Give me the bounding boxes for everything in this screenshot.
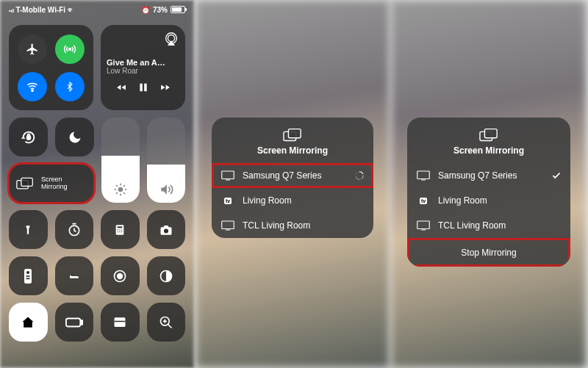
device-row-samsung[interactable]: Samsung Q7 Series	[407, 163, 570, 188]
tv-icon	[220, 220, 235, 231]
carrier-label: •ıl T-Mobile Wi-Fi ᯤ	[9, 6, 75, 14]
svg-rect-35	[222, 171, 234, 179]
svg-rect-29	[115, 319, 126, 327]
svg-rect-12	[118, 226, 123, 228]
brightness-icon	[113, 182, 128, 197]
bluetooth-toggle[interactable]	[55, 72, 85, 101]
wallet-icon	[112, 316, 128, 329]
wallet-button[interactable]	[101, 303, 140, 342]
now-playing-module[interactable]: Give Me an A… Low Roar	[101, 25, 185, 110]
device-row-living-room[interactable]: tv Living Room	[407, 188, 570, 213]
svg-rect-30	[115, 317, 126, 320]
volume-icon	[159, 182, 173, 197]
stop-mirroring-button[interactable]: Stop Mirroring	[407, 238, 570, 267]
device-name: Living Room	[438, 195, 487, 206]
alarm-icon: ⏰	[141, 6, 150, 14]
volume-slider[interactable]	[147, 118, 185, 203]
camera-button[interactable]	[147, 210, 186, 249]
svg-point-15	[121, 229, 122, 230]
brightness-slider[interactable]	[101, 118, 140, 203]
screen-mirroring-popup: Screen Mirroring Samsung Q7 Series tv Li…	[212, 118, 373, 238]
timer-button[interactable]	[55, 210, 94, 249]
dark-mode-button[interactable]	[147, 256, 186, 295]
svg-point-13	[118, 229, 118, 230]
appletv-icon: tv	[416, 198, 431, 204]
magnifier-icon	[159, 315, 173, 330]
airplane-mode-toggle[interactable]	[18, 35, 47, 64]
calculator-button[interactable]	[101, 210, 140, 249]
tv-icon	[416, 170, 431, 181]
screenshot-control-center: •ıl T-Mobile Wi-Fi ᯤ ⏰ 73%	[0, 0, 196, 368]
svg-rect-5	[144, 83, 147, 91]
svg-point-14	[120, 229, 121, 230]
loading-spinner-icon	[354, 170, 365, 181]
orientation-lock-icon	[21, 129, 37, 145]
wifi-icon	[26, 80, 39, 93]
stop-mirroring-label: Stop Mirroring	[461, 248, 516, 258]
low-power-button[interactable]	[55, 303, 94, 342]
device-row-tcl[interactable]: TCL Living Room	[212, 213, 373, 238]
tv-icon	[416, 220, 431, 231]
device-name: TCL Living Room	[243, 220, 310, 231]
dark-mode-icon	[159, 269, 173, 284]
screen-mirroring-label: Screen Mirroring	[41, 176, 68, 191]
remote-button[interactable]	[9, 256, 48, 295]
flashlight-button[interactable]	[9, 210, 48, 249]
airplane-icon	[26, 43, 39, 56]
record-icon	[112, 269, 127, 284]
popup-title: Screen Mirroring	[257, 145, 328, 156]
wifi-toggle[interactable]	[18, 72, 47, 101]
svg-point-18	[121, 231, 122, 232]
next-track-button[interactable]	[159, 82, 172, 93]
bed-icon	[65, 270, 83, 282]
screen-mirroring-icon	[479, 128, 498, 142]
home-icon	[21, 315, 35, 330]
prev-track-button[interactable]	[115, 82, 128, 93]
status-bar: •ıl T-Mobile Wi-Fi ᯤ ⏰ 73%	[0, 0, 194, 19]
cellular-toggle[interactable]	[55, 35, 85, 64]
svg-rect-27	[66, 318, 80, 326]
home-button[interactable]	[9, 303, 48, 342]
svg-rect-8	[21, 178, 32, 186]
play-pause-button[interactable]	[138, 82, 148, 93]
bluetooth-icon	[65, 80, 75, 93]
battery-pct: 73%	[153, 6, 168, 14]
svg-point-1	[32, 90, 33, 91]
device-name: Samsung Q7 Series	[243, 170, 321, 181]
airplay-icon[interactable]	[163, 31, 179, 47]
popup-title: Screen Mirroring	[453, 145, 524, 156]
camera-icon	[158, 223, 174, 237]
device-row-living-room[interactable]: tv Living Room	[212, 188, 373, 213]
svg-rect-38	[484, 129, 497, 138]
magnifier-button[interactable]	[147, 303, 186, 342]
moon-icon	[68, 130, 82, 145]
svg-rect-4	[140, 83, 143, 91]
battery-icon	[65, 317, 83, 328]
screen-mirroring-button[interactable]: Screen Mirroring	[9, 164, 94, 203]
device-row-tcl[interactable]: TCL Living Room	[407, 213, 570, 238]
screenshot-mirroring-connected: Screen Mirroring Samsung Q7 Series tv Li…	[391, 0, 587, 368]
tv-icon	[220, 170, 235, 181]
screen-mirroring-popup: Screen Mirroring Samsung Q7 Series tv Li…	[407, 118, 570, 267]
orientation-lock-button[interactable]	[9, 118, 48, 156]
device-name: Samsung Q7 Series	[438, 170, 517, 181]
record-button[interactable]	[101, 256, 140, 295]
device-row-samsung[interactable]: Samsung Q7 Series	[212, 163, 373, 188]
svg-point-0	[68, 48, 71, 50]
do-not-disturb-button[interactable]	[55, 118, 94, 156]
screen-mirroring-icon	[283, 128, 302, 142]
svg-rect-34	[288, 129, 301, 138]
battery-icon	[171, 6, 185, 13]
svg-point-19	[164, 228, 168, 233]
svg-point-3	[168, 35, 174, 42]
cellular-icon	[63, 43, 76, 56]
timer-icon	[67, 223, 82, 237]
screenshot-mirroring-connecting: Screen Mirroring Samsung Q7 Series tv Li…	[196, 0, 391, 368]
connectivity-module[interactable]	[9, 25, 93, 110]
remote-icon	[24, 268, 32, 284]
checkmark-icon	[551, 170, 562, 181]
svg-rect-28	[81, 320, 82, 325]
sleep-button[interactable]	[55, 256, 94, 295]
calculator-icon	[114, 223, 126, 237]
appletv-icon: tv	[220, 198, 235, 204]
